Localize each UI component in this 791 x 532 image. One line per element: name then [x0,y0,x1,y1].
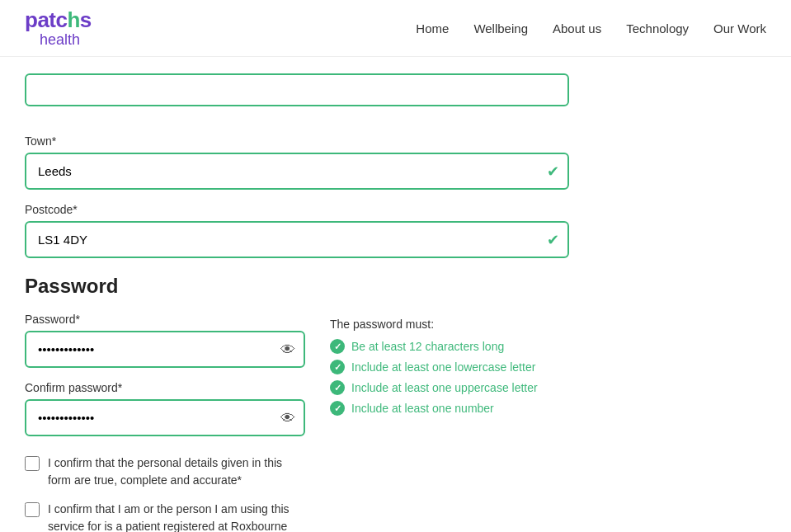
main-nav: Home Wellbeing About us Technology Our W… [416,21,766,35]
town-wrapper: ✔ [25,153,569,190]
password-hints-title: The password must: [330,318,569,331]
town-group: Town* ✔ [25,134,569,190]
hint-number: ✓ Include at least one number [330,401,569,416]
hint-number-icon: ✓ [330,401,345,416]
patient-checkbox-label: I confirm that I am or the person I am u… [48,501,305,532]
postcode-group: Postcode* ✔ [25,203,569,258]
password-form: Password* 👁 Confirm password* 👁 [25,313,305,532]
logo-patchs-text: patchs [25,8,92,32]
top-stub-wrapper [25,73,569,121]
password-hints: The password must: ✓ Be at least 12 char… [330,313,569,421]
postcode-input[interactable] [25,221,569,258]
nav-ourwork[interactable]: Our Work [713,21,766,35]
confirm-password-eye-icon[interactable]: 👁 [280,409,295,426]
password-wrapper: 👁 [25,331,305,368]
nav-wellbeing[interactable]: Wellbeing [473,21,528,35]
confirm-checkbox[interactable] [25,456,40,471]
checkbox-patient-item: I confirm that I am or the person I am u… [25,501,305,532]
main-content: Town* ✔ Postcode* ✔ Password Password* [0,57,791,532]
town-check-icon: ✔ [547,162,559,181]
hint-length: ✓ Be at least 12 characters long [330,339,569,354]
checkbox-group: I confirm that the personal details give… [25,454,305,532]
nav-about[interactable]: About us [553,21,601,35]
hint-lower: ✓ Include at least one lowercase letter [330,360,569,374]
confirm-password-input[interactable] [25,399,305,436]
confirm-password-group: Confirm password* 👁 [25,381,305,436]
hint-upper-icon: ✓ [330,380,345,395]
postcode-label: Postcode* [25,203,569,216]
nav-technology[interactable]: Technology [626,21,689,35]
checkbox-confirm-item: I confirm that the personal details give… [25,454,305,489]
hint-upper: ✓ Include at least one uppercase letter [330,380,569,395]
hint-lower-text: Include at least one lowercase letter [351,360,535,374]
site-header: patchs health Home Wellbeing About us Te… [0,0,791,57]
registration-form: Town* ✔ Postcode* ✔ Password Password* [25,73,569,532]
nav-home[interactable]: Home [416,21,449,35]
password-eye-icon[interactable]: 👁 [280,341,295,358]
patient-checkbox[interactable] [25,502,40,517]
town-label: Town* [25,134,569,148]
password-group: Password* 👁 [25,313,305,368]
hint-length-icon: ✓ [330,339,345,354]
site-logo: patchs health [25,8,92,48]
hint-number-text: Include at least one number [351,402,494,415]
hint-length-text: Be at least 12 characters long [351,340,504,353]
hint-lower-icon: ✓ [330,360,345,374]
hint-upper-text: Include at least one uppercase letter [351,381,538,394]
town-input[interactable] [25,153,569,190]
logo-health-text: health [40,32,92,49]
postcode-wrapper: ✔ [25,221,569,258]
password-panel: Password* 👁 Confirm password* 👁 [25,313,569,532]
postcode-check-icon: ✔ [547,231,559,249]
password-input[interactable] [25,331,305,368]
confirm-checkbox-label: I confirm that the personal details give… [48,454,305,489]
top-stub-group [25,73,569,121]
password-section-title: Password [25,275,569,298]
confirm-password-label: Confirm password* [25,381,305,394]
confirm-password-wrapper: 👁 [25,399,305,436]
top-stub-input[interactable] [25,73,569,106]
password-label: Password* [25,313,305,326]
